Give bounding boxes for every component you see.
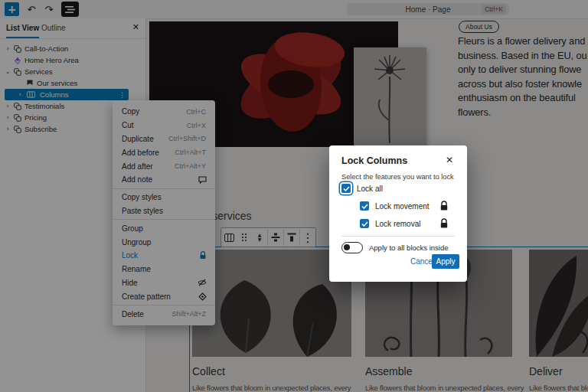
modal-divider bbox=[341, 236, 455, 237]
apply-inside-toggle[interactable] bbox=[341, 242, 363, 253]
lock-movement-checkbox[interactable] bbox=[360, 201, 369, 211]
apply-button[interactable]: Apply bbox=[432, 254, 459, 269]
modal-overlay[interactable] bbox=[0, 0, 588, 392]
check-icon bbox=[343, 186, 350, 191]
modal-title: Lock Columns bbox=[341, 155, 407, 166]
lock-all-checkbox-row[interactable]: Lock all bbox=[341, 184, 383, 193]
modal-description: Select the features you want to lock bbox=[341, 173, 454, 181]
lock-movement-checkbox-row[interactable]: Lock movement bbox=[360, 201, 430, 211]
lock-removal-checkbox-row[interactable]: Lock removal bbox=[360, 219, 420, 228]
toggle-knob bbox=[344, 244, 350, 250]
lock-icon bbox=[439, 218, 449, 229]
apply-inside-toggle-row[interactable]: Apply to all blocks inside bbox=[341, 242, 449, 253]
check-icon bbox=[361, 221, 368, 227]
close-modal-button[interactable]: ✕ bbox=[446, 155, 453, 165]
editor-window: About Us Fleurs is a flower delivery and… bbox=[0, 0, 588, 392]
lock-all-checkbox[interactable] bbox=[341, 184, 351, 193]
lock-columns-modal: Lock Columns ✕ Select the features you w… bbox=[329, 145, 467, 282]
check-icon bbox=[361, 204, 368, 209]
lock-icon bbox=[439, 201, 449, 211]
cancel-button[interactable]: Cancel bbox=[410, 257, 434, 266]
lock-removal-checkbox[interactable] bbox=[360, 219, 369, 228]
